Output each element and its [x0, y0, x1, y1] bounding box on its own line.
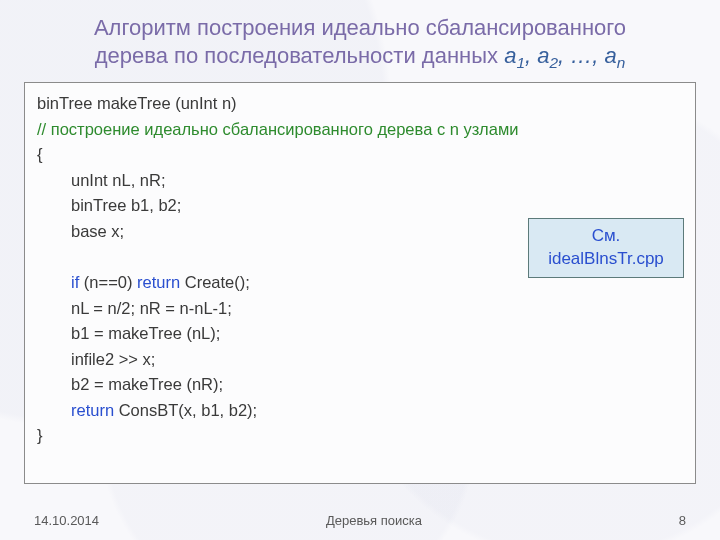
code-line: nL = n/2; nR = n-nL-1;: [37, 296, 683, 322]
code-block: binTree makeTree (unInt n) // построение…: [24, 82, 696, 484]
code-text: ConsBT(x, b1, b2);: [114, 401, 257, 419]
code-line: binTree b1, b2;: [37, 193, 683, 219]
code-line: binTree makeTree (unInt n): [37, 91, 683, 117]
code-text: (n==0): [79, 273, 137, 291]
code-text: infile2 >> x;: [71, 350, 155, 368]
note-line1: См.: [592, 226, 621, 245]
footer: 14.10.2014 Деревья поиска 8: [0, 513, 720, 528]
note-line2: idealBlnsTr.cpp: [548, 249, 664, 268]
code-line: b1 = makeTree (nL);: [37, 321, 683, 347]
slide-title: Алгоритм построения идеально сбалансиров…: [24, 0, 696, 72]
code-line: {: [37, 142, 683, 168]
footer-subject: Деревья поиска: [69, 513, 679, 528]
code-text: b2 = makeTree (nR);: [71, 375, 223, 393]
code-line: infile2 >> x;: [37, 347, 683, 373]
title-line2-pre: дерева по последовательности данных: [95, 43, 504, 68]
footer-page: 8: [679, 513, 686, 528]
code-text: nL = n/2; nR = n-nL-1;: [71, 299, 232, 317]
title-line1: Алгоритм построения идеально сбалансиров…: [94, 15, 626, 40]
code-line: unInt nL, nR;: [37, 168, 683, 194]
code-text: b1 = makeTree (nL);: [71, 324, 220, 342]
keyword-return: return: [71, 401, 114, 419]
code-line: return ConsBT(x, b1, b2);: [37, 398, 683, 424]
code-text: Create();: [180, 273, 250, 291]
code-text: base x;: [71, 222, 124, 240]
keyword-if: if: [71, 273, 79, 291]
code-line: }: [37, 423, 683, 449]
code-text: binTree b1, b2;: [71, 196, 181, 214]
code-line: b2 = makeTree (nR);: [37, 372, 683, 398]
keyword-return: return: [137, 273, 180, 291]
reference-note: См. idealBlnsTr.cpp: [528, 218, 684, 278]
code-comment: // построение идеально сбалансированного…: [37, 117, 683, 143]
slide: Алгоритм построения идеально сбалансиров…: [0, 0, 720, 540]
title-sequence: a1, a2, …, an: [504, 43, 625, 68]
code-text: unInt nL, nR;: [71, 171, 165, 189]
